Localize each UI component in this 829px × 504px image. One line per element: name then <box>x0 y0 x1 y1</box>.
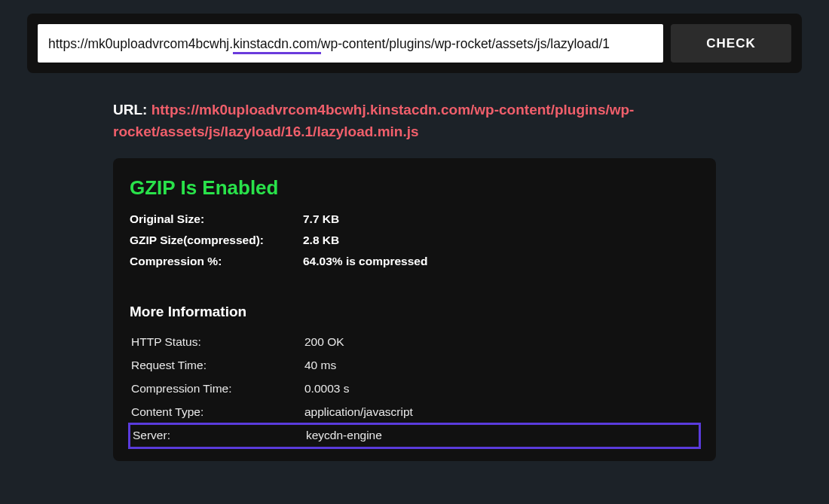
info-key: HTTP Status: <box>131 335 304 349</box>
info-row-content-type: Content Type: application/javascript <box>130 401 699 424</box>
info-key: Compression Time: <box>131 382 304 396</box>
url-text-after: wp-content/plugins/wp-rocket/assets/js/l… <box>321 36 610 51</box>
info-value: application/javascript <box>304 405 413 419</box>
info-row-request-time: Request Time: 40 ms <box>130 354 699 377</box>
info-value: keycdn-engine <box>306 429 382 442</box>
summary-row: GZIP Size(compressed): 2.8 KB <box>130 230 699 251</box>
summary-block: Original Size: 7.7 KB GZIP Size(compress… <box>130 209 699 272</box>
url-check-bar: https://mk0uploadvrcom4bcwhj.kinstacdn.c… <box>27 14 802 73</box>
summary-key: GZIP Size(compressed): <box>130 234 303 247</box>
info-table: HTTP Status: 200 OK Request Time: 40 ms … <box>130 331 699 447</box>
info-key: Request Time: <box>131 359 304 372</box>
check-button[interactable]: CHECK <box>671 24 791 63</box>
gzip-status-heading: GZIP Is Enabled <box>130 176 699 200</box>
result-card: GZIP Is Enabled Original Size: 7.7 KB GZ… <box>113 158 716 461</box>
result-content: URL: https://mk0uploadvrcom4bcwhj.kinsta… <box>113 99 716 461</box>
info-row-server: Server: keycdn-engine <box>130 424 699 447</box>
result-url-value[interactable]: https://mk0uploadvrcom4bcwhj.kinstacdn.c… <box>113 102 634 139</box>
info-key: Server: <box>133 429 306 442</box>
more-info-heading: More Information <box>130 304 699 320</box>
summary-key: Compression %: <box>130 255 303 268</box>
info-row-http-status: HTTP Status: 200 OK <box>130 331 699 354</box>
summary-row: Compression %: 64.03% is compressed <box>130 251 699 272</box>
summary-value: 64.03% is compressed <box>303 255 427 268</box>
url-input[interactable]: https://mk0uploadvrcom4bcwhj.kinstacdn.c… <box>38 24 663 63</box>
result-url-line: URL: https://mk0uploadvrcom4bcwhj.kinsta… <box>113 99 716 143</box>
info-value: 40 ms <box>304 359 336 372</box>
result-url-label: URL: <box>113 102 147 118</box>
summary-key: Original Size: <box>130 212 303 226</box>
info-value: 200 OK <box>304 335 344 349</box>
summary-value: 2.8 KB <box>303 234 339 247</box>
summary-value: 7.7 KB <box>303 212 339 226</box>
url-text-highlight: kinstacdn.com/ <box>233 36 321 54</box>
info-key: Content Type: <box>131 405 304 419</box>
info-value: 0.0003 s <box>304 382 349 396</box>
summary-row: Original Size: 7.7 KB <box>130 209 699 230</box>
url-text-before: https://mk0uploadvrcom4bcwhj. <box>48 36 233 51</box>
info-row-compression-time: Compression Time: 0.0003 s <box>130 377 699 401</box>
